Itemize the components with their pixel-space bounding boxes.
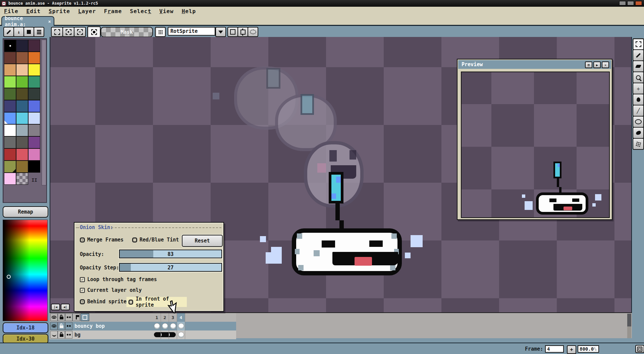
menu-item-file[interactable]: File <box>0 8 22 14</box>
preview-close-button[interactable]: ✕ <box>602 61 609 68</box>
palette-swatch-31[interactable] <box>16 161 28 173</box>
lock-icon[interactable] <box>58 331 65 339</box>
cel-bouncy-bop-frame-4[interactable] <box>177 322 185 330</box>
onion-dots-icon[interactable] <box>65 313 72 321</box>
radio-on-icon[interactable] <box>80 237 85 242</box>
maximize-button[interactable] <box>627 1 634 5</box>
in-front-of-sprite-option[interactable]: In front of sprite <box>126 297 187 307</box>
select-subtract-button[interactable] <box>74 27 86 37</box>
color-spectrum-picker[interactable] <box>3 220 48 321</box>
palette-swatch-9[interactable] <box>4 76 16 88</box>
cel-bouncy-bop-frame-3[interactable] <box>169 322 177 330</box>
checkbox-checked-icon[interactable]: ✓ <box>80 288 85 293</box>
remap-button[interactable]: Remap <box>3 206 48 218</box>
tool-move-button[interactable]: ✛ <box>633 83 644 94</box>
cel-bg-frame-1[interactable] <box>153 330 161 339</box>
palette-swatch-13[interactable] <box>16 88 28 100</box>
tab-close-icon[interactable]: × <box>48 19 51 24</box>
palette-swatch-22[interactable] <box>16 124 28 136</box>
tool-line-button[interactable]: ╱ <box>633 105 644 117</box>
menu-item-frame[interactable]: Frame <box>100 8 126 14</box>
eye-icon[interactable] <box>50 322 58 330</box>
expand-button[interactable] <box>80 313 89 321</box>
timeline-scrollbar-thumb[interactable] <box>627 314 631 326</box>
pixel-grid-button[interactable] <box>635 345 644 353</box>
preview-title-bar[interactable]: Preview ⊞ ▶ ✕ <box>458 60 611 69</box>
palette-swatch-5[interactable] <box>28 52 40 64</box>
palette-swatch-18[interactable] <box>4 112 16 124</box>
palette-swatch-12[interactable] <box>4 88 16 100</box>
palette-swatch-28[interactable] <box>16 148 28 161</box>
pencil-mini-button[interactable] <box>3 27 14 37</box>
palette-swatch-15[interactable] <box>4 100 16 112</box>
cel-bg-frame-4[interactable] <box>177 330 185 339</box>
palette-swatch-4[interactable] <box>16 52 28 64</box>
eye-closed-icon[interactable] <box>50 331 58 339</box>
tool-spray-button[interactable] <box>633 138 644 150</box>
palette-swatch-2[interactable] <box>28 40 40 52</box>
dotted-ellipse-button[interactable] <box>248 27 258 37</box>
transform-handles-button[interactable] <box>237 27 248 37</box>
menu-item-edit[interactable]: Edit <box>22 8 45 14</box>
palette-swatch-23[interactable] <box>28 124 40 136</box>
palette-swatch-11[interactable] <box>28 76 40 88</box>
flag-icon[interactable] <box>72 313 80 321</box>
select-replace-button[interactable] <box>51 27 63 37</box>
filled-square-button[interactable] <box>23 27 34 37</box>
palette-swatch-19[interactable] <box>16 112 28 124</box>
opacity-step-slider[interactable]: 27 <box>119 263 222 272</box>
select-add-button[interactable] <box>62 27 74 37</box>
palette-swatch-8[interactable] <box>28 64 40 76</box>
eye-icon[interactable] <box>50 313 58 321</box>
palette-swatch-29[interactable] <box>28 148 40 161</box>
tool-contour-button[interactable] <box>633 127 644 139</box>
menu-item-help[interactable]: Help <box>178 8 200 14</box>
foreground-color-button[interactable]: Idx-18 <box>3 322 48 333</box>
rotation-algorithm-dropdown-button[interactable] <box>215 27 226 37</box>
palette-scrollbar[interactable] <box>42 40 46 185</box>
cel-bg-frame-3[interactable] <box>169 330 177 339</box>
add-frame-button[interactable]: + <box>567 345 576 354</box>
loop-tag-frames-option[interactable]: ✓ Loop through tag frames <box>80 276 157 282</box>
merge-frames-option[interactable]: Merge Frames <box>80 237 123 243</box>
palette-swatch-14[interactable] <box>28 88 40 100</box>
close-button[interactable] <box>635 1 642 5</box>
frame-header-2[interactable]: 2 <box>161 313 169 322</box>
palette-swatch-10[interactable] <box>16 76 28 88</box>
frame-header-4[interactable]: 4 <box>177 313 185 322</box>
palette-swatch-6[interactable] <box>4 64 16 76</box>
palette-swatch-21[interactable] <box>4 124 16 136</box>
behind-sprite-option[interactable]: Behind sprite <box>80 299 126 305</box>
arrow-down-button[interactable]: ↓ <box>13 27 24 37</box>
palette-swatch-1[interactable] <box>16 40 28 52</box>
preview-play-button[interactable]: ▶ <box>593 61 601 68</box>
palette-swatch-3[interactable] <box>4 52 16 64</box>
palette-swatch-32[interactable] <box>28 161 40 173</box>
preview-center-button[interactable]: ⊞ <box>585 61 592 68</box>
palette-swatch-17[interactable] <box>28 100 40 112</box>
tool-bucket-button[interactable] <box>633 94 644 105</box>
minimize-button[interactable] <box>619 1 626 5</box>
reset-button[interactable]: Reset <box>182 235 223 247</box>
cel-bouncy-bop-frame-2[interactable] <box>161 322 169 330</box>
square-outline-button[interactable] <box>227 27 238 37</box>
palette-swatch-16[interactable] <box>16 100 28 112</box>
frame-number-input[interactable]: 4 <box>545 345 564 353</box>
palette-swatch-27[interactable] <box>4 148 16 161</box>
playback-first-frame-button[interactable]: |◀ <box>51 304 60 310</box>
cel-bouncy-bop-frame-1[interactable] <box>153 322 161 330</box>
opacity-slider[interactable]: 83 <box>119 250 222 258</box>
frame-header-1[interactable]: 1 <box>153 313 161 322</box>
menu-item-sprite[interactable]: Sprite <box>45 8 74 14</box>
tool-pencil-button[interactable] <box>633 49 644 61</box>
lock-icon[interactable] <box>58 322 65 330</box>
palette-swatch-7[interactable] <box>16 64 28 76</box>
tool-rect-select-button[interactable] <box>633 38 644 50</box>
palette-swatch-30[interactable] <box>4 161 16 173</box>
layer-row-bg[interactable]: bg <box>50 330 236 339</box>
menu-lines-button[interactable] <box>34 27 44 37</box>
checkbox-checked-icon[interactable]: ✓ <box>80 277 85 282</box>
tool-ellipse-button[interactable] <box>633 116 644 128</box>
grid-button[interactable] <box>155 27 166 37</box>
radio-on-icon[interactable] <box>80 299 85 304</box>
